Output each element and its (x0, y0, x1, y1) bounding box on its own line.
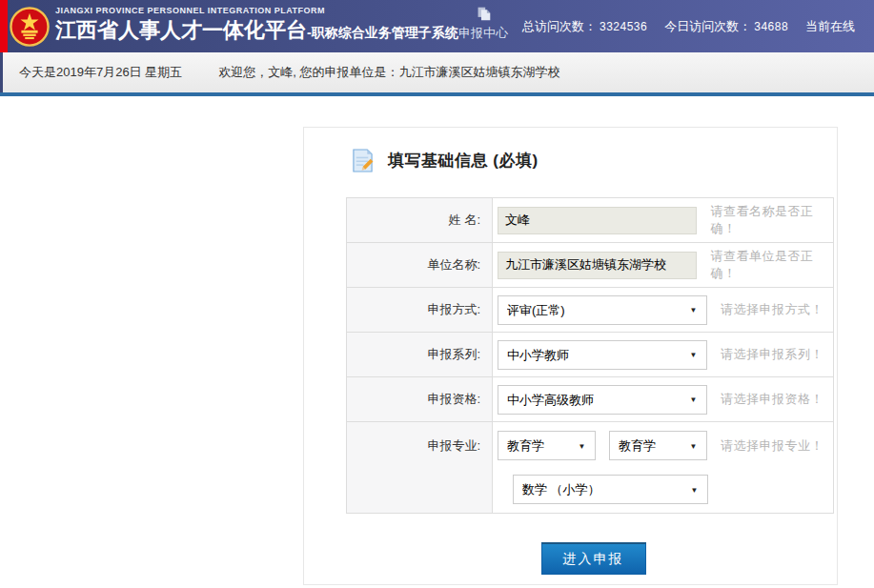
welcome-message: 欢迎您，文峰, 您的申报单位是：九江市濂溪区姑塘镇东湖学校 (218, 64, 559, 81)
total-visits-label: 总访问次数： (522, 18, 597, 35)
form-row-name: 姓 名: 请查看名称是否正确！ (347, 198, 833, 243)
major-detail-select[interactable]: 数学 （小学） (513, 475, 708, 504)
qualification-select[interactable]: 中小学高级教师 (498, 385, 707, 415)
method-select-wrap: 评审(正常) ▼ (498, 295, 707, 325)
major-category-select[interactable]: 教育学 (498, 431, 596, 460)
divider-line (0, 92, 874, 96)
unit-input (498, 252, 697, 279)
today-visits-value: 34688 (754, 20, 788, 33)
brand-english-title: JIANGXI PROVINCE PERSONNEL INTEGRATION P… (55, 6, 458, 15)
current-date-text: 今天是2019年7月26日 星期五 (19, 64, 182, 81)
major-select-line1: 教育学 ▼ 教育学 ▼ 请选择申报专业！ (498, 431, 833, 460)
edit-document-icon (352, 149, 374, 172)
form-row-method: 申报方式: 评审(正常) ▼ 请选择申报方式！ (347, 288, 833, 333)
series-select[interactable]: 中小学教师 (498, 340, 707, 370)
qualification-hint: 请选择申报资格！ (721, 391, 823, 408)
online-now-label: 当前在线 (805, 18, 855, 35)
name-content-cell: 请查看名称是否正确！ (493, 198, 833, 242)
page-title: 填写基础信息 (必填) (388, 150, 539, 172)
national-emblem-logo (10, 5, 50, 49)
method-hint: 请选择申报方式！ (721, 301, 823, 318)
form-row-major: 申报专业: 教育学 ▼ 教育学 ▼ 请选择申报专业！ (347, 422, 833, 513)
today-visits-label: 今日访问次数： (664, 18, 751, 35)
enter-declare-button[interactable]: 进入申报 (541, 542, 646, 575)
series-content-cell: 中小学教师 ▼ 请选择申报系列！ (493, 333, 833, 376)
basic-info-form: 姓 名: 请查看名称是否正确！ 单位名称: 请查看单位是否正确！ 申报方式: (346, 197, 834, 514)
documents-icon (476, 6, 492, 22)
submit-row: 进入申报 (304, 542, 837, 575)
visit-stats: 总访问次数： 3324536 今日访问次数： 34688 当前在线 (522, 0, 872, 52)
name-hint: 请查看名称是否正确！ (710, 203, 833, 237)
total-visits-value: 3324536 (600, 20, 647, 33)
unit-content-cell: 请查看单位是否正确！ (493, 243, 833, 287)
major-category-select-wrap: 教育学 ▼ (498, 431, 596, 460)
main-content: 填写基础信息 (必填) 姓 名: 请查看名称是否正确！ 单位名称: 请查看单位是… (0, 127, 874, 585)
basic-info-card: 填写基础信息 (必填) 姓 名: 请查看名称是否正确！ 单位名称: 请查看单位是… (303, 127, 838, 585)
card-title-row: 填写基础信息 (必填) (352, 149, 837, 172)
major-sub-select-wrap: 教育学 ▼ (609, 431, 707, 460)
red-edge-strip (0, 0, 8, 52)
brand-block: JIANGXI PROVINCE PERSONNEL INTEGRATION P… (55, 6, 458, 45)
major-label: 申报专业: (347, 422, 493, 513)
app-header: JIANGXI PROVINCE PERSONNEL INTEGRATION P… (0, 0, 874, 52)
unit-hint: 请查看单位是否正确！ (710, 248, 833, 282)
series-label: 申报系列: (347, 333, 493, 376)
nav-declare-center-label: 申报中心 (458, 26, 508, 40)
major-content-cell: 教育学 ▼ 教育学 ▼ 请选择申报专业！ 数学 （小学） ▼ (493, 422, 833, 513)
major-sub-select[interactable]: 教育学 (609, 431, 707, 460)
method-content-cell: 评审(正常) ▼ 请选择申报方式！ (493, 288, 833, 332)
form-row-unit: 单位名称: 请查看单位是否正确！ (347, 243, 833, 288)
form-row-series: 申报系列: 中小学教师 ▼ 请选择申报系列！ (347, 333, 833, 377)
major-select-line2: 数学 （小学） ▼ (513, 475, 833, 504)
today-visits: 今日访问次数： 34688 (664, 18, 788, 35)
major-hint: 请选择申报专业！ (721, 437, 823, 455)
method-select[interactable]: 评审(正常) (498, 295, 707, 325)
name-input (498, 207, 697, 234)
nav-declare-center[interactable]: 申报中心 (454, 6, 513, 42)
unit-label: 单位名称: (347, 243, 493, 287)
qualification-content-cell: 中小学高级教师 ▼ 请选择申报资格！ (493, 377, 833, 421)
total-visits: 总访问次数： 3324536 (522, 18, 647, 35)
method-label: 申报方式: (347, 288, 493, 332)
qualification-select-wrap: 中小学高级教师 ▼ (498, 385, 707, 415)
major-detail-select-wrap: 数学 （小学） ▼ (513, 475, 708, 504)
qualification-label: 申报资格: (347, 377, 493, 421)
brand-title: 江西省人事人才一体化平台 (55, 16, 307, 45)
welcome-bar: 今天是2019年7月26日 星期五 欢迎您，文峰, 您的申报单位是：九江市濂溪区… (0, 52, 874, 92)
name-label: 姓 名: (347, 198, 493, 242)
series-select-wrap: 中小学教师 ▼ (498, 340, 707, 370)
form-row-qualification: 申报资格: 中小学高级教师 ▼ 请选择申报资格！ (347, 377, 833, 422)
brand-subtitle: -职称综合业务管理子系统 (307, 25, 458, 42)
series-hint: 请选择申报系列！ (721, 346, 823, 363)
